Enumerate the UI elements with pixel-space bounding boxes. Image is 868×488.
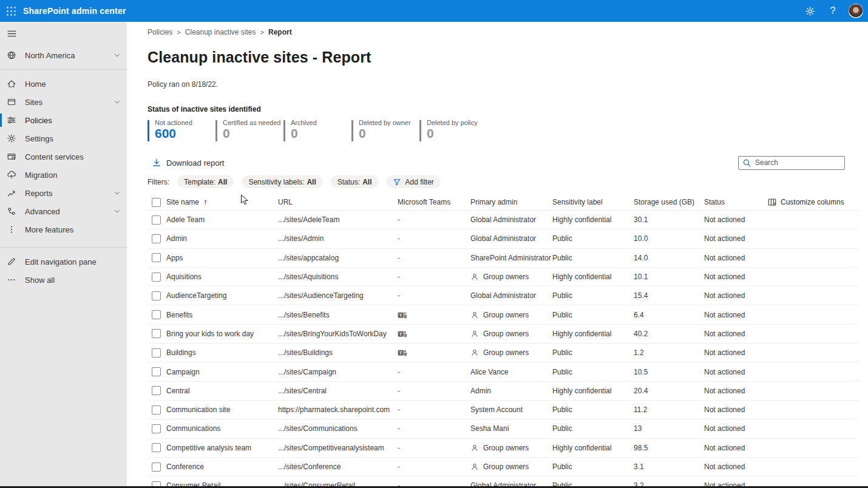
microsoft-teams-cell: - xyxy=(398,405,470,414)
primary-admin-text: Alice Vance xyxy=(470,368,508,376)
row-checkbox[interactable] xyxy=(152,234,161,243)
storage-used-cell: 40.2 xyxy=(634,330,704,338)
sidebar-item-more-features[interactable]: More features xyxy=(0,220,127,239)
column-label: Status xyxy=(704,198,725,206)
filter-pill[interactable]: Template: All xyxy=(177,175,234,188)
status-stat: Deleted by owner 0 xyxy=(351,119,419,141)
sidebar-item-policies[interactable]: Policies xyxy=(0,111,127,129)
chevron-down-icon xyxy=(114,52,121,59)
select-all-checkbox[interactable] xyxy=(152,198,161,207)
table-row[interactable]: AudienceTargeting .../sites/AudienceTarg… xyxy=(147,286,859,305)
storage-used-cell: 1.2 xyxy=(634,348,704,357)
table-row[interactable]: Competitive analysis team .../sites/Comp… xyxy=(147,439,859,458)
row-checkbox[interactable] xyxy=(152,273,161,282)
table-row[interactable]: Communication site https://pharmateck.sh… xyxy=(147,401,859,419)
main-content: Policies>Cleanup inactive sites>Report C… xyxy=(147,22,859,488)
column-header-microsoft-teams[interactable]: Microsoft Teams xyxy=(398,198,470,206)
sidebar-item-migration[interactable]: Migration xyxy=(0,166,127,184)
column-label: Primary admin xyxy=(470,198,517,206)
row-checkbox[interactable] xyxy=(152,463,161,472)
primary-admin-cell: Alice Vance xyxy=(470,368,552,376)
collapse-nav-hamburger-icon[interactable] xyxy=(0,24,24,42)
column-header-url[interactable]: URL xyxy=(278,198,398,206)
sidebar-item-edit-navigation-pane[interactable]: Edit navigation pane xyxy=(0,252,127,271)
table-row[interactable]: Bring your kids to work day .../sites/Br… xyxy=(147,325,859,344)
site-name-cell: Apps xyxy=(166,254,278,262)
geo-selector[interactable]: North America xyxy=(0,46,127,64)
breadcrumb-item[interactable]: Cleanup inactive sites xyxy=(185,28,256,36)
status-stat: Deleted by policy 0 xyxy=(419,119,487,141)
breadcrumb-item[interactable]: Policies xyxy=(147,28,172,36)
sensitivity-label-cell: Public xyxy=(552,405,634,414)
help-icon[interactable]: ? xyxy=(826,4,840,18)
table-row[interactable]: Apps .../sites/appcatalog - SharePoint A… xyxy=(147,249,859,268)
row-checkbox[interactable] xyxy=(152,215,161,225)
table-row[interactable]: Conference .../sites/Conference - Group … xyxy=(147,458,859,476)
add-filter-button[interactable]: Add filter xyxy=(386,175,440,188)
table-row[interactable]: Aquisitions .../sites/Aquisitions - Grou… xyxy=(147,268,859,286)
table-row[interactable]: Communications .../sites/Communications … xyxy=(147,419,859,438)
table-row[interactable]: Central .../sites/Central - Admin Highly… xyxy=(147,382,859,401)
breadcrumb-separator: > xyxy=(260,29,264,36)
row-checkbox[interactable] xyxy=(152,348,161,358)
settings-gear-icon[interactable] xyxy=(802,4,817,18)
sidebar-item-reports[interactable]: Reports xyxy=(0,184,127,202)
search-box[interactable] xyxy=(738,156,845,170)
search-input[interactable] xyxy=(755,158,841,167)
sidebar-item-show-all[interactable]: Show all xyxy=(0,271,127,289)
column-header-sensitivity-label[interactable]: Sensitivity label xyxy=(552,198,634,206)
filter-pill[interactable]: Status: All xyxy=(331,175,379,188)
site-name-cell: Central xyxy=(166,387,278,395)
primary-admin-text: Group owners xyxy=(483,463,529,471)
stat-value: 0 xyxy=(427,126,478,141)
stat-label: Certified as needed xyxy=(223,119,280,126)
table-row[interactable]: Adele Team .../sites/AdeleTeam - Global … xyxy=(147,211,859,229)
filters-label: Filters: xyxy=(147,178,169,186)
sidebar-item-content-services[interactable]: Content services xyxy=(0,147,127,166)
sidebar-item-settings[interactable]: Settings xyxy=(0,129,127,147)
customize-columns-button[interactable]: Customize columns xyxy=(767,197,859,207)
column-header-storage-used[interactable]: Storage used (GB) xyxy=(634,198,704,206)
sensitivity-label-cell: Public xyxy=(552,424,634,433)
sidebar-item-label: Migration xyxy=(25,171,121,180)
stat-value: 0 xyxy=(291,126,317,141)
column-header-site-name[interactable]: Site name xyxy=(166,198,278,206)
breadcrumb-separator: > xyxy=(177,29,180,36)
row-checkbox[interactable] xyxy=(152,405,161,415)
row-checkbox[interactable] xyxy=(152,310,161,319)
site-name-cell: Conference xyxy=(166,463,278,471)
row-checkbox[interactable] xyxy=(152,253,161,262)
table-row[interactable]: Campaign .../sites/Campaign - Alice Vanc… xyxy=(147,362,859,381)
storage-used-cell: 6.4 xyxy=(634,311,704,319)
download-report-button[interactable]: Download report xyxy=(152,158,224,168)
person-icon xyxy=(470,311,479,319)
sidebar-item-advanced[interactable]: Advanced xyxy=(0,202,127,220)
storage-used-cell: 14.0 xyxy=(634,254,704,262)
url-cell: .../sites/Buildings xyxy=(278,348,398,357)
sensitivity-label-cell: Highly confidential xyxy=(552,215,634,224)
sidebar-item-sites[interactable]: Sites xyxy=(0,93,127,111)
filter-pill[interactable]: Sensitivity labels: All xyxy=(242,175,322,188)
sidebar-item-label: Content services xyxy=(25,152,121,161)
table-row[interactable]: Benefits .../sites/Benefits T Group owne… xyxy=(147,305,859,324)
storage-used-cell: 10.1 xyxy=(634,273,704,281)
table-row[interactable]: Buildings .../sites/Buildings T Group ow… xyxy=(147,344,859,362)
user-avatar[interactable] xyxy=(849,4,863,18)
customize-columns-label: Customize columns xyxy=(781,198,844,206)
row-checkbox[interactable] xyxy=(152,291,161,300)
column-header-primary-admin[interactable]: Primary admin xyxy=(470,198,552,206)
row-checkbox[interactable] xyxy=(152,329,161,338)
row-checkbox[interactable] xyxy=(152,424,161,433)
row-checkbox[interactable] xyxy=(152,386,161,395)
filter-pill-value: All xyxy=(307,178,316,186)
nav-footer: Edit navigation pane Show all xyxy=(0,252,127,289)
row-checkbox[interactable] xyxy=(152,443,161,452)
storage-used-cell: 30.1 xyxy=(634,215,704,224)
app-launcher-waffle-icon[interactable] xyxy=(0,0,22,22)
sidebar-item-home[interactable]: Home xyxy=(0,75,127,93)
row-checkbox[interactable] xyxy=(152,367,161,376)
microsoft-teams-cell: T xyxy=(398,348,470,357)
status-stats: Not actioned 600 Certified as needed 0 A… xyxy=(147,119,859,141)
table-row[interactable]: Admin .../sites/Admin - Global Administr… xyxy=(147,229,859,248)
column-header-status[interactable]: Status xyxy=(704,198,767,206)
